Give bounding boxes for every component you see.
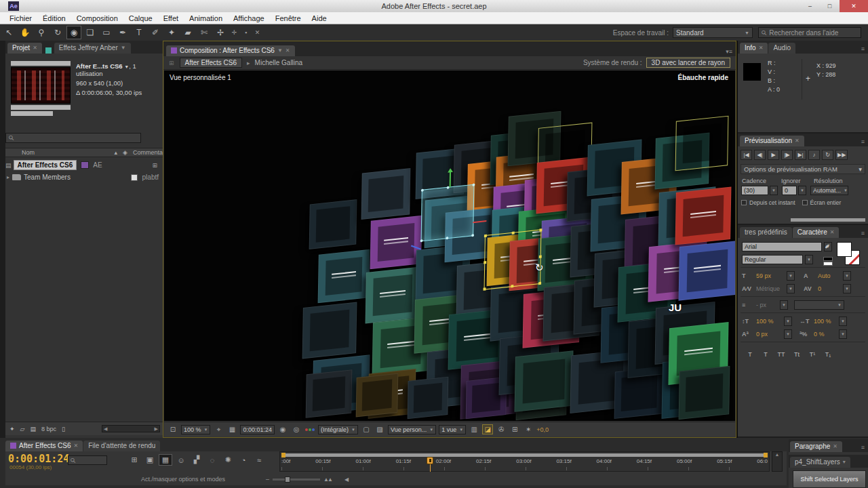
type-tool[interactable]: T: [132, 26, 146, 39]
exposure-value[interactable]: +0,0: [536, 426, 549, 433]
show-snapshot-icon[interactable]: ◎: [291, 424, 302, 434]
tab-p4-shiftlayers[interactable]: p4_ShiftLayers▾: [790, 457, 850, 468]
resolution-preview-dropdown[interactable]: Automat...▼: [810, 186, 848, 195]
restore-button[interactable]: □: [820, 0, 840, 12]
faux-style-button-2[interactable]: TT: [776, 348, 787, 358]
last-frame-button[interactable]: ▶|: [795, 150, 806, 160]
faux-style-button-0[interactable]: T: [745, 348, 755, 358]
motion-blur-button[interactable]: ◌: [205, 454, 219, 466]
font-size-value[interactable]: 59 px: [756, 272, 785, 279]
play-button[interactable]: ▶: [768, 150, 779, 160]
roto-brush-tool[interactable]: ✄: [197, 26, 212, 39]
new-folder-icon[interactable]: ▱: [20, 426, 25, 432]
tsume-value[interactable]: 0 %: [814, 331, 837, 338]
chevron-down-icon[interactable]: ▼: [798, 186, 806, 195]
live-update-button[interactable]: ▣: [143, 454, 157, 466]
tab-timeline-comp[interactable]: After Effects CS6 ✕: [5, 441, 83, 451]
close-icon[interactable]: ✕: [74, 443, 79, 449]
timeline-ruler[interactable]: :00f00:15f01:00f01:15f02:00f02:15f03:00f…: [279, 451, 770, 472]
project-search-input[interactable]: ⚲: [5, 133, 141, 143]
ram-preview-button[interactable]: ▶▶: [835, 150, 848, 160]
tracking-value[interactable]: 0: [818, 285, 841, 292]
graph-editor-button[interactable]: ≈: [252, 454, 266, 466]
close-icon[interactable]: ✕: [285, 47, 290, 54]
composition-viewer[interactable]: Vue personnalisée 1 Ébauche rapide JU ↻: [164, 70, 735, 421]
scene-cube[interactable]: [675, 116, 729, 171]
brainstorm-button[interactable]: ✺: [221, 454, 235, 466]
chevron-down-icon[interactable]: ▼: [843, 271, 851, 281]
project-column-headers[interactable]: Nom ▴ ◈ Commenta: [5, 148, 163, 157]
zoom-in-icon[interactable]: ▲▲: [323, 476, 332, 483]
table-row[interactable]: ▤ After Effects CS6 AE ⊞: [5, 159, 163, 171]
scene-cube[interactable]: [309, 199, 357, 249]
interpret-footage-icon[interactable]: ✦: [9, 426, 15, 432]
faux-style-button-1[interactable]: T: [760, 348, 771, 358]
comp-mini-flowchart-button[interactable]: ⊞: [127, 454, 141, 466]
leading-value[interactable]: Auto: [818, 272, 841, 279]
current-time-button[interactable]: 0:00:01:24: [240, 425, 275, 434]
hand-tool[interactable]: ✋: [18, 26, 33, 39]
grid-icon[interactable]: ▦: [226, 424, 237, 434]
zoom-out-icon[interactable]: –: [266, 476, 269, 483]
pan-behind-tool[interactable]: ❏: [83, 26, 98, 39]
playhead[interactable]: [430, 457, 431, 472]
zoom-tool[interactable]: ⚲: [34, 26, 49, 39]
chevron-down-icon[interactable]: ▼: [784, 317, 792, 326]
loop-button[interactable]: ↻: [822, 150, 833, 160]
view-layout-dropdown[interactable]: 1 vue▼: [439, 425, 466, 434]
draft-3d-button[interactable]: ▦: [159, 454, 172, 466]
help-search-input[interactable]: ⚲ Rechercher dans l'aide: [758, 27, 861, 38]
rotation-tool[interactable]: ↻: [50, 26, 65, 39]
vertical-scale-value[interactable]: 100 %: [756, 318, 782, 325]
tab-previsualisation[interactable]: Prévisualisation✕: [740, 136, 804, 146]
scene-cube[interactable]: [408, 377, 449, 420]
timeline-zoom-slider[interactable]: [273, 479, 320, 481]
default-colors-icon[interactable]: [823, 257, 837, 266]
3d-view-dropdown[interactable]: Vue person...▼: [388, 425, 436, 434]
scene-cube[interactable]: [318, 249, 370, 303]
fill-color-swatch[interactable]: [837, 242, 852, 257]
scene-cube[interactable]: [356, 373, 399, 418]
full-screen-checkbox[interactable]: [802, 200, 808, 205]
horizontal-scrollbar[interactable]: ◀▶: [102, 425, 160, 432]
tab-audio[interactable]: Audio: [768, 43, 795, 54]
work-area-end-marker[interactable]: [764, 453, 768, 458]
label-color-chip[interactable]: [81, 161, 89, 169]
scene-cube[interactable]: [370, 216, 422, 269]
shift-selected-layers-button[interactable]: Shift Selected Layers: [793, 470, 866, 488]
safe-margins-icon[interactable]: ⌖: [213, 424, 224, 434]
menu-composition[interactable]: Composition: [71, 14, 123, 22]
scene-cube[interactable]: [361, 168, 411, 220]
chevron-down-icon[interactable]: ▼: [784, 329, 792, 339]
camera-tool[interactable]: ◉: [66, 26, 81, 39]
panel-menu-icon[interactable]: ≡: [858, 444, 868, 452]
zoom-slider-handle[interactable]: [285, 476, 290, 483]
menu-fichier[interactable]: Fichier: [4, 14, 37, 22]
panel-menu-icon[interactable]: ≡: [858, 138, 868, 146]
fit-icon[interactable]: ⊡: [167, 424, 178, 434]
magnification-dropdown[interactable]: 100 %▼: [181, 425, 210, 434]
work-area-bar[interactable]: [281, 453, 768, 457]
chevron-down-icon[interactable]: ▼: [787, 271, 795, 281]
trash-icon[interactable]: ▯: [62, 426, 65, 432]
menu-calque[interactable]: Calque: [123, 14, 158, 22]
puppet-pin-tool[interactable]: ✢: [213, 26, 228, 39]
expander-icon[interactable]: ▸: [7, 174, 9, 180]
menu-édition[interactable]: Édition: [37, 14, 71, 22]
ignorer-field[interactable]: 0: [782, 186, 797, 195]
view-axis-mode-button[interactable]: ✕: [252, 27, 262, 38]
breadcrumb-comp[interactable]: After Effects CS6: [180, 58, 243, 68]
chevron-down-icon[interactable]: ▼: [839, 317, 847, 326]
close-icon[interactable]: ✕: [33, 45, 37, 51]
tab-render-queue[interactable]: File d'attente de rendu: [83, 441, 160, 451]
eraser-tool[interactable]: ▰: [180, 26, 195, 39]
menu-animation[interactable]: Animation: [184, 14, 228, 22]
tab-info[interactable]: Info✕: [740, 43, 768, 54]
show-channels-icon[interactable]: [304, 428, 315, 431]
exposure-icon[interactable]: ✶: [523, 424, 534, 434]
scene-cube[interactable]: [679, 241, 735, 300]
new-composition-icon[interactable]: ▤: [30, 426, 36, 432]
menu-aide[interactable]: Aide: [307, 14, 332, 22]
timeline-vertical-scrollbar[interactable]: ▲: [772, 451, 783, 472]
menu-fenêtre[interactable]: Fenêtre: [270, 14, 307, 22]
